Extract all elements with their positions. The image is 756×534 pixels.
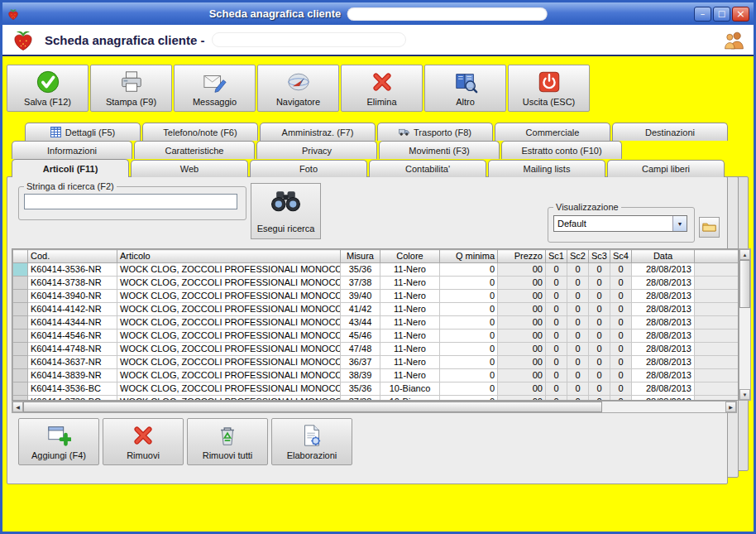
tab-dettagli-f5[interactable]: Dettagli (F5)	[25, 123, 141, 141]
open-visualization-button[interactable]	[699, 217, 720, 238]
table-row[interactable]: K60414-3637-NRWOCK CLOG, ZOCCOLI PROFESS…	[13, 356, 739, 369]
scroll-down-button[interactable]	[739, 389, 750, 400]
tab-trasporto-f8[interactable]: Trasporto (F8)	[377, 123, 493, 141]
search-input[interactable]	[24, 194, 237, 209]
row-selector[interactable]	[13, 303, 28, 316]
vertical-scroll-track[interactable]	[739, 308, 750, 389]
horizontal-scrollbar[interactable]	[12, 401, 737, 413]
table-row[interactable]: K60414-4142-NRWOCK CLOG, ZOCCOLI PROFESS…	[13, 303, 739, 316]
cell-cod: K60414-4142-NR	[28, 303, 117, 316]
col-header-sc3[interactable]: Sc3	[589, 250, 610, 263]
col-header-misura[interactable]: Misura	[341, 250, 380, 263]
table-row[interactable]: K60414-3940-NRWOCK CLOG, ZOCCOLI PROFESS…	[13, 290, 739, 303]
cell-cod: K60414-4748-NR	[28, 343, 117, 356]
row-selector[interactable]	[13, 263, 28, 277]
salva-f12-button[interactable]: Salva (F12)	[7, 65, 89, 112]
tab-articoli-f11[interactable]: Articoli (F11)	[12, 159, 129, 177]
cell-sc4: 0	[610, 343, 632, 356]
rimuovi-tutti-button[interactable]: Rimuovi tutti	[187, 418, 268, 465]
cell-misura: 37/38	[341, 277, 380, 290]
row-selector[interactable]	[13, 290, 28, 303]
uscita-esc-button[interactable]: Uscita (ESC)	[508, 65, 590, 112]
table-row[interactable]: K60414-3839-NRWOCK CLOG, ZOCCOLI PROFESS…	[13, 369, 739, 382]
tab-movimenti-f3[interactable]: Movimenti (F3)	[379, 141, 500, 159]
table-row[interactable]: K60414-4344-NRWOCK CLOG, ZOCCOLI PROFESS…	[13, 316, 739, 330]
col-header-data[interactable]: Data	[632, 250, 695, 263]
cell-misura: 36/37	[341, 356, 380, 369]
aggiungi-f4-button[interactable]: Aggiungi (F4)	[18, 418, 99, 465]
tab-privacy[interactable]: Privacy	[256, 141, 377, 159]
col-header-articolo[interactable]: Articolo	[117, 250, 341, 263]
table-row[interactable]: K60414-3536-NRWOCK CLOG, ZOCCOLI PROFESS…	[13, 263, 739, 277]
col-header-colore[interactable]: Colore	[380, 250, 440, 263]
tab-destinazioni[interactable]: Destinazioni	[612, 123, 728, 141]
table-row[interactable]: K60414-4748-NRWOCK CLOG, ZOCCOLI PROFESS…	[13, 343, 739, 356]
row-selector[interactable]	[13, 277, 28, 290]
row-selector[interactable]	[13, 316, 28, 330]
cell-q-minima: 0	[440, 263, 498, 277]
cell-sc3: 0	[589, 330, 610, 343]
row-selector[interactable]	[13, 343, 28, 356]
tab-campi-liberi[interactable]: Campi liberi	[607, 160, 725, 177]
tab-estratto-conto-f10[interactable]: Estratto conto (F10)	[501, 141, 622, 159]
cell-misura: 39/40	[341, 290, 380, 303]
tab-label: Destinazioni	[645, 127, 695, 137]
tab-commerciale[interactable]: Commerciale	[495, 123, 610, 141]
col-header-prezzo[interactable]: Prezzo	[498, 250, 546, 263]
cell-misura: 41/42	[341, 303, 380, 316]
elaborazioni-button[interactable]: Elaborazioni	[271, 418, 352, 465]
col-header-sc4[interactable]: Sc4	[610, 250, 632, 263]
tab-telefono-note-f6[interactable]: Telefono/note (F6)	[142, 123, 258, 141]
tab-mailing-lists[interactable]: Mailing lists	[488, 160, 605, 177]
tab-caratteristiche[interactable]: Caratteristiche	[134, 141, 255, 159]
visualization-select[interactable]: Default	[553, 215, 687, 232]
table-row[interactable]: K60414-3536-BCWOCK CLOG, ZOCCOLI PROFESS…	[13, 382, 739, 396]
tab-web[interactable]: Web	[131, 160, 248, 177]
horizontal-scroll-thumb[interactable]	[23, 402, 602, 412]
tab-contabilita[interactable]: Contabilita'	[369, 160, 486, 177]
close-button[interactable]	[732, 7, 749, 22]
row-selector[interactable]	[13, 369, 28, 382]
scroll-up-button[interactable]	[739, 249, 750, 260]
cell-sc2: 0	[567, 277, 589, 290]
cell-colore: 11-Nero	[380, 343, 440, 356]
maximize-button[interactable]	[713, 7, 730, 22]
tab-foto[interactable]: Foto	[250, 160, 367, 177]
cell-sc4: 0	[610, 303, 632, 316]
scroll-right-button[interactable]	[725, 402, 736, 412]
tab-amministraz-f7[interactable]: Amministraz. (F7)	[260, 123, 376, 141]
row-selector[interactable]	[13, 356, 28, 369]
vertical-scrollbar[interactable]	[739, 248, 751, 401]
cell-sc4: 0	[610, 369, 632, 382]
messaggio-button[interactable]: Messaggio	[174, 65, 256, 112]
cell-sc2: 0	[567, 316, 589, 330]
col-header-q-minima[interactable]: Q minima	[440, 250, 498, 263]
scroll-left-button[interactable]	[12, 402, 23, 412]
cell-filler	[695, 382, 739, 396]
altro-button[interactable]: Altro	[424, 65, 506, 112]
cell-data: 28/08/2013	[632, 290, 695, 303]
col-header-sc2[interactable]: Sc2	[567, 250, 589, 263]
button-label: Altro	[456, 97, 475, 107]
titlebar[interactable]: Scheda anagrafica cliente	[2, 2, 754, 25]
navigatore-button[interactable]: Navigatore	[257, 65, 339, 112]
chevron-down-icon[interactable]	[672, 216, 687, 231]
vertical-scroll-thumb[interactable]	[739, 260, 750, 308]
rimuovi-button[interactable]: Rimuovi	[103, 418, 184, 465]
execute-search-button[interactable]: Esegui ricerca	[251, 183, 321, 239]
cell-articolo: WOCK CLOG, ZOCCOLI PROFESSIONALI MONOCO.…	[117, 277, 341, 290]
table-row[interactable]: K60414-4546-NRWOCK CLOG, ZOCCOLI PROFESS…	[13, 330, 739, 343]
col-header-cod[interactable]: Cod.	[28, 250, 117, 263]
elimina-button[interactable]: Elimina	[341, 65, 423, 112]
stampa-f9-button[interactable]: Stampa (F9)	[90, 65, 172, 112]
cell-sc3: 0	[589, 382, 610, 396]
button-label: Messaggio	[193, 97, 237, 107]
row-selector[interactable]	[13, 330, 28, 343]
row-selector[interactable]	[13, 382, 28, 396]
table-row[interactable]: K60414-3738-NRWOCK CLOG, ZOCCOLI PROFESS…	[13, 277, 739, 290]
col-header-sc1[interactable]: Sc1	[546, 250, 567, 263]
tab-informazioni[interactable]: Informazioni	[12, 141, 132, 159]
minimize-button[interactable]	[694, 7, 711, 22]
horizontal-scroll-track[interactable]	[602, 402, 725, 412]
cell-sc2: 0	[567, 382, 589, 396]
